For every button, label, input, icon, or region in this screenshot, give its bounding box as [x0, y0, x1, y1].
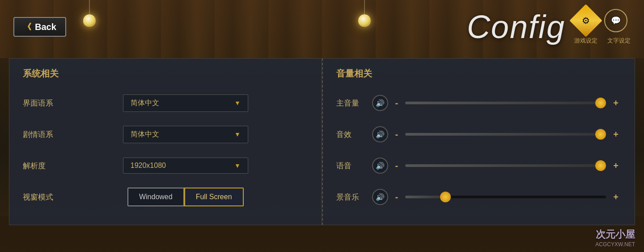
fullscreen-button[interactable]: Full Screen: [184, 188, 244, 206]
sfx-volume-icon[interactable]: 🔊: [372, 126, 388, 142]
main-panel: 系统相关 界面语系 简体中文 ▼ 剧情语系 简体中文 ▼ 解析度: [9, 58, 635, 225]
left-panel: 系统相关 界面语系 简体中文 ▼ 剧情语系 简体中文 ▼ 解析度: [9, 58, 322, 225]
watermark: 次元小屋 ACGCYXW.NET: [595, 228, 635, 248]
voice-volume-plus[interactable]: +: [610, 161, 621, 171]
page-title: Config: [467, 9, 565, 45]
voice-volume-minus[interactable]: -: [393, 161, 401, 171]
master-volume-minus[interactable]: -: [393, 98, 401, 108]
master-volume-thumb[interactable]: [595, 98, 606, 108]
window-mode-control: Windowed Full Screen: [63, 188, 308, 206]
sfx-volume-slider[interactable]: [405, 133, 606, 136]
dropdown-arrow-icon-2: ▼: [234, 131, 241, 138]
window-mode-buttons: Windowed Full Screen: [127, 188, 244, 206]
dropdown-arrow-icon-3: ▼: [234, 162, 241, 169]
right-section-title: 音量相关: [336, 68, 622, 83]
voice-volume-fill: [405, 164, 601, 167]
setting-row-resolution: 解析度 1920x1080 ▼: [23, 155, 308, 176]
icon-labels-row: 游戏设定 文字设定: [574, 37, 631, 45]
volume-row-bgm: 景音乐 🔊 - +: [336, 186, 622, 208]
resolution-dropdown[interactable]: 1920x1080 ▼: [123, 158, 248, 174]
bgm-volume-label: 景音乐: [336, 192, 368, 202]
dropdown-arrow-icon: ▼: [234, 99, 241, 107]
windowed-button[interactable]: Windowed: [127, 188, 184, 206]
ui-language-label: 界面语系: [23, 98, 63, 108]
master-volume-icon[interactable]: 🔊: [372, 95, 388, 111]
game-settings-label: 游戏设定: [574, 37, 597, 45]
title-area: Config ⚙ 💬 游戏设定 文字设定: [467, 9, 631, 45]
ui-language-control: 简体中文 ▼: [63, 94, 308, 112]
title-icons-group: ⚙ 💬 游戏设定 文字设定: [574, 9, 631, 45]
resolution-label: 解析度: [23, 161, 63, 171]
voice-volume-icon[interactable]: 🔊: [372, 158, 388, 174]
left-section-title: 系统相关: [23, 68, 308, 83]
voice-volume-thumb[interactable]: [595, 160, 606, 171]
setting-row-story-language: 剧情语系 简体中文 ▼: [23, 124, 308, 145]
voice-volume-label: 语音: [336, 161, 368, 171]
master-volume-fill: [405, 102, 601, 104]
volume-row-voice: 语音 🔊 - +: [336, 155, 622, 176]
text-settings-label: 文字设定: [607, 37, 631, 45]
back-chevrons-icon: 《: [23, 21, 31, 32]
sfx-volume-minus[interactable]: -: [393, 129, 401, 140]
story-language-dropdown[interactable]: 简体中文 ▼: [123, 126, 248, 143]
game-settings-icon[interactable]: ⚙: [569, 4, 602, 37]
text-settings-icon[interactable]: 💬: [604, 9, 627, 32]
header: 《 Back Config ⚙ 💬 游戏设定 文字设定: [0, 0, 644, 54]
chat-icon: 💬: [611, 16, 621, 26]
sfx-volume-thumb[interactable]: [595, 129, 606, 140]
ui-language-dropdown[interactable]: 简体中文 ▼: [123, 94, 248, 112]
sfx-volume-label: 音效: [336, 129, 368, 140]
volume-row-master: 主音量 🔊 - +: [336, 92, 622, 114]
speaker-icon-sfx: 🔊: [376, 130, 385, 139]
bgm-volume-plus[interactable]: +: [610, 192, 621, 202]
master-volume-slider[interactable]: [405, 102, 606, 104]
bgm-volume-slider[interactable]: [405, 196, 606, 198]
sfx-volume-fill: [405, 133, 601, 136]
speaker-icon-master: 🔊: [376, 99, 385, 107]
bgm-volume-minus[interactable]: -: [393, 192, 401, 202]
bgm-volume-icon[interactable]: 🔊: [372, 189, 388, 205]
icon-row: ⚙ 💬: [574, 9, 627, 32]
speaker-icon-voice: 🔊: [376, 162, 385, 170]
speaker-icon-bgm: 🔊: [376, 193, 385, 201]
resolution-value: 1920x1080: [131, 162, 166, 170]
master-volume-label: 主音量: [336, 98, 368, 108]
story-language-label: 剧情语系: [23, 129, 63, 140]
sfx-volume-plus[interactable]: +: [610, 129, 621, 140]
bgm-volume-thumb[interactable]: [440, 192, 451, 202]
watermark-text: 次元小屋: [595, 228, 635, 241]
story-language-value: 简体中文: [131, 130, 159, 139]
setting-row-window-mode: 视窗模式 Windowed Full Screen: [23, 186, 308, 208]
gear-icon: ⚙: [582, 15, 590, 26]
back-button[interactable]: 《 Back: [13, 17, 66, 37]
story-language-control: 简体中文 ▼: [63, 126, 308, 143]
master-volume-plus[interactable]: +: [610, 98, 621, 108]
bgm-volume-fill: [405, 196, 445, 198]
volume-row-sfx: 音效 🔊 - +: [336, 124, 622, 145]
window-mode-label: 视窗模式: [23, 192, 63, 202]
ui-language-value: 简体中文: [131, 98, 159, 108]
back-label: Back: [35, 22, 56, 32]
resolution-control: 1920x1080 ▼: [63, 158, 308, 174]
watermark-sub: ACGCYXW.NET: [595, 241, 635, 248]
setting-row-ui-language: 界面语系 简体中文 ▼: [23, 92, 308, 114]
right-panel: 音量相关 主音量 🔊 - + 音效 🔊 -: [322, 58, 636, 225]
voice-volume-slider[interactable]: [405, 164, 606, 167]
